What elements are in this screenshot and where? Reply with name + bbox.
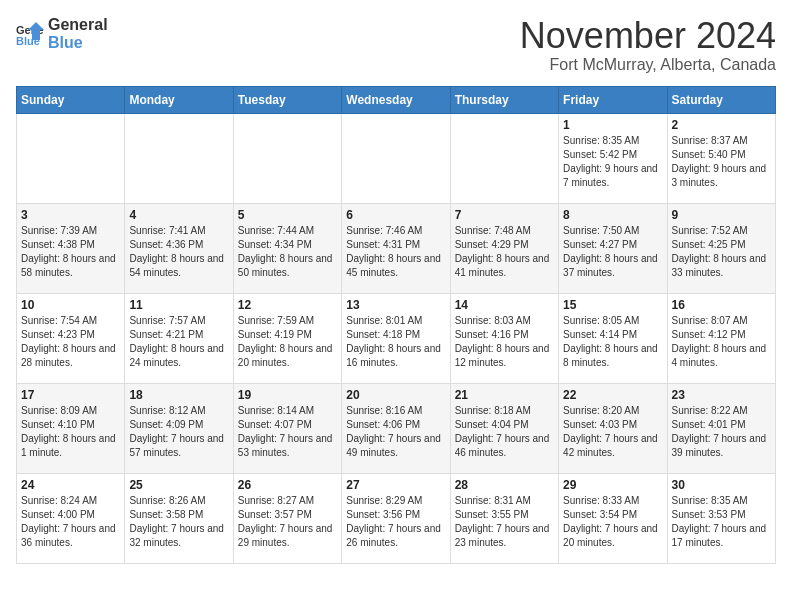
calendar-cell: 9Sunrise: 7:52 AM Sunset: 4:25 PM Daylig… — [667, 203, 775, 293]
day-number: 19 — [238, 388, 337, 402]
col-header-wednesday: Wednesday — [342, 86, 450, 113]
day-number: 30 — [672, 478, 771, 492]
day-info: Sunrise: 7:54 AM Sunset: 4:23 PM Dayligh… — [21, 314, 120, 370]
day-info: Sunrise: 8:37 AM Sunset: 5:40 PM Dayligh… — [672, 134, 771, 190]
day-info: Sunrise: 8:22 AM Sunset: 4:01 PM Dayligh… — [672, 404, 771, 460]
calendar-cell — [342, 113, 450, 203]
calendar-cell: 16Sunrise: 8:07 AM Sunset: 4:12 PM Dayli… — [667, 293, 775, 383]
calendar-cell: 20Sunrise: 8:16 AM Sunset: 4:06 PM Dayli… — [342, 383, 450, 473]
calendar-cell: 14Sunrise: 8:03 AM Sunset: 4:16 PM Dayli… — [450, 293, 558, 383]
day-number: 7 — [455, 208, 554, 222]
calendar-header-row: SundayMondayTuesdayWednesdayThursdayFrid… — [17, 86, 776, 113]
calendar-cell: 29Sunrise: 8:33 AM Sunset: 3:54 PM Dayli… — [559, 473, 667, 563]
calendar-cell: 30Sunrise: 8:35 AM Sunset: 3:53 PM Dayli… — [667, 473, 775, 563]
title-section: November 2024 Fort McMurray, Alberta, Ca… — [520, 16, 776, 74]
day-number: 5 — [238, 208, 337, 222]
day-number: 27 — [346, 478, 445, 492]
day-info: Sunrise: 8:03 AM Sunset: 4:16 PM Dayligh… — [455, 314, 554, 370]
day-info: Sunrise: 8:33 AM Sunset: 3:54 PM Dayligh… — [563, 494, 662, 550]
day-number: 10 — [21, 298, 120, 312]
calendar-cell — [17, 113, 125, 203]
calendar-cell: 12Sunrise: 7:59 AM Sunset: 4:19 PM Dayli… — [233, 293, 341, 383]
calendar-cell: 11Sunrise: 7:57 AM Sunset: 4:21 PM Dayli… — [125, 293, 233, 383]
calendar-cell: 6Sunrise: 7:46 AM Sunset: 4:31 PM Daylig… — [342, 203, 450, 293]
day-info: Sunrise: 8:12 AM Sunset: 4:09 PM Dayligh… — [129, 404, 228, 460]
day-number: 8 — [563, 208, 662, 222]
logo-general: General — [48, 16, 108, 34]
day-info: Sunrise: 7:39 AM Sunset: 4:38 PM Dayligh… — [21, 224, 120, 280]
logo-blue: Blue — [48, 34, 108, 52]
logo: General Blue General Blue — [16, 16, 108, 51]
day-info: Sunrise: 7:59 AM Sunset: 4:19 PM Dayligh… — [238, 314, 337, 370]
day-info: Sunrise: 7:44 AM Sunset: 4:34 PM Dayligh… — [238, 224, 337, 280]
calendar-cell — [450, 113, 558, 203]
col-header-friday: Friday — [559, 86, 667, 113]
calendar-cell: 2Sunrise: 8:37 AM Sunset: 5:40 PM Daylig… — [667, 113, 775, 203]
page-header: General Blue General Blue November 2024 … — [16, 16, 776, 74]
col-header-tuesday: Tuesday — [233, 86, 341, 113]
calendar-cell: 8Sunrise: 7:50 AM Sunset: 4:27 PM Daylig… — [559, 203, 667, 293]
calendar-cell — [125, 113, 233, 203]
day-number: 3 — [21, 208, 120, 222]
col-header-saturday: Saturday — [667, 86, 775, 113]
day-number: 6 — [346, 208, 445, 222]
day-info: Sunrise: 7:57 AM Sunset: 4:21 PM Dayligh… — [129, 314, 228, 370]
day-number: 21 — [455, 388, 554, 402]
day-info: Sunrise: 8:18 AM Sunset: 4:04 PM Dayligh… — [455, 404, 554, 460]
day-number: 15 — [563, 298, 662, 312]
day-info: Sunrise: 7:48 AM Sunset: 4:29 PM Dayligh… — [455, 224, 554, 280]
calendar-cell: 5Sunrise: 7:44 AM Sunset: 4:34 PM Daylig… — [233, 203, 341, 293]
day-number: 12 — [238, 298, 337, 312]
day-info: Sunrise: 8:29 AM Sunset: 3:56 PM Dayligh… — [346, 494, 445, 550]
day-info: Sunrise: 8:16 AM Sunset: 4:06 PM Dayligh… — [346, 404, 445, 460]
calendar-cell: 7Sunrise: 7:48 AM Sunset: 4:29 PM Daylig… — [450, 203, 558, 293]
day-info: Sunrise: 8:07 AM Sunset: 4:12 PM Dayligh… — [672, 314, 771, 370]
day-number: 20 — [346, 388, 445, 402]
day-number: 24 — [21, 478, 120, 492]
day-number: 13 — [346, 298, 445, 312]
day-info: Sunrise: 8:20 AM Sunset: 4:03 PM Dayligh… — [563, 404, 662, 460]
day-number: 28 — [455, 478, 554, 492]
day-info: Sunrise: 8:24 AM Sunset: 4:00 PM Dayligh… — [21, 494, 120, 550]
calendar-cell: 17Sunrise: 8:09 AM Sunset: 4:10 PM Dayli… — [17, 383, 125, 473]
location-title: Fort McMurray, Alberta, Canada — [520, 56, 776, 74]
day-number: 25 — [129, 478, 228, 492]
calendar-table: SundayMondayTuesdayWednesdayThursdayFrid… — [16, 86, 776, 564]
day-info: Sunrise: 8:26 AM Sunset: 3:58 PM Dayligh… — [129, 494, 228, 550]
calendar-cell: 23Sunrise: 8:22 AM Sunset: 4:01 PM Dayli… — [667, 383, 775, 473]
day-number: 14 — [455, 298, 554, 312]
calendar-cell: 25Sunrise: 8:26 AM Sunset: 3:58 PM Dayli… — [125, 473, 233, 563]
calendar-week-row: 10Sunrise: 7:54 AM Sunset: 4:23 PM Dayli… — [17, 293, 776, 383]
day-number: 23 — [672, 388, 771, 402]
day-number: 18 — [129, 388, 228, 402]
col-header-monday: Monday — [125, 86, 233, 113]
calendar-week-row: 17Sunrise: 8:09 AM Sunset: 4:10 PM Dayli… — [17, 383, 776, 473]
calendar-cell: 19Sunrise: 8:14 AM Sunset: 4:07 PM Dayli… — [233, 383, 341, 473]
day-info: Sunrise: 8:05 AM Sunset: 4:14 PM Dayligh… — [563, 314, 662, 370]
day-info: Sunrise: 8:27 AM Sunset: 3:57 PM Dayligh… — [238, 494, 337, 550]
day-number: 29 — [563, 478, 662, 492]
calendar-cell: 1Sunrise: 8:35 AM Sunset: 5:42 PM Daylig… — [559, 113, 667, 203]
day-number: 26 — [238, 478, 337, 492]
day-info: Sunrise: 7:52 AM Sunset: 4:25 PM Dayligh… — [672, 224, 771, 280]
day-info: Sunrise: 8:01 AM Sunset: 4:18 PM Dayligh… — [346, 314, 445, 370]
calendar-cell: 15Sunrise: 8:05 AM Sunset: 4:14 PM Dayli… — [559, 293, 667, 383]
logo-icon: General Blue — [16, 20, 44, 48]
day-info: Sunrise: 7:50 AM Sunset: 4:27 PM Dayligh… — [563, 224, 662, 280]
day-info: Sunrise: 8:14 AM Sunset: 4:07 PM Dayligh… — [238, 404, 337, 460]
calendar-cell: 24Sunrise: 8:24 AM Sunset: 4:00 PM Dayli… — [17, 473, 125, 563]
calendar-cell: 21Sunrise: 8:18 AM Sunset: 4:04 PM Dayli… — [450, 383, 558, 473]
month-title: November 2024 — [520, 16, 776, 56]
day-number: 16 — [672, 298, 771, 312]
calendar-cell: 13Sunrise: 8:01 AM Sunset: 4:18 PM Dayli… — [342, 293, 450, 383]
day-number: 4 — [129, 208, 228, 222]
calendar-week-row: 3Sunrise: 7:39 AM Sunset: 4:38 PM Daylig… — [17, 203, 776, 293]
day-info: Sunrise: 7:41 AM Sunset: 4:36 PM Dayligh… — [129, 224, 228, 280]
calendar-cell: 10Sunrise: 7:54 AM Sunset: 4:23 PM Dayli… — [17, 293, 125, 383]
day-info: Sunrise: 7:46 AM Sunset: 4:31 PM Dayligh… — [346, 224, 445, 280]
calendar-cell: 18Sunrise: 8:12 AM Sunset: 4:09 PM Dayli… — [125, 383, 233, 473]
calendar-cell: 3Sunrise: 7:39 AM Sunset: 4:38 PM Daylig… — [17, 203, 125, 293]
day-number: 2 — [672, 118, 771, 132]
col-header-sunday: Sunday — [17, 86, 125, 113]
calendar-week-row: 1Sunrise: 8:35 AM Sunset: 5:42 PM Daylig… — [17, 113, 776, 203]
